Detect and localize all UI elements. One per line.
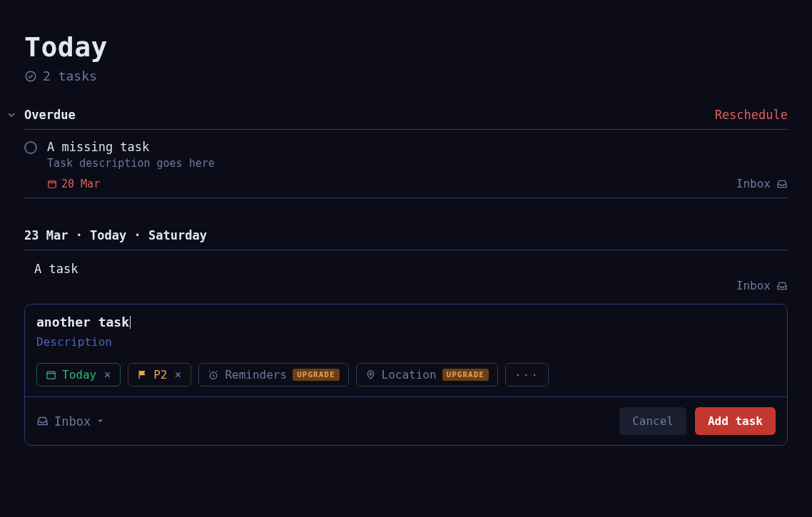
svg-point-4 xyxy=(369,373,371,375)
close-icon[interactable] xyxy=(103,371,111,379)
task-project-link[interactable]: Inbox xyxy=(736,177,788,190)
calendar-icon xyxy=(47,179,57,189)
inbox-icon xyxy=(776,280,788,292)
today-section-title: 23 Mar · Today · Saturday xyxy=(24,228,788,250)
task-description: Task description goes here xyxy=(47,157,788,170)
priority-chip[interactable]: P2 xyxy=(128,363,191,387)
task-count: 2 tasks xyxy=(43,68,97,83)
reminders-label: Reminders xyxy=(225,368,287,382)
check-circle-icon xyxy=(24,70,37,83)
project-label: Inbox xyxy=(54,414,91,429)
flag-icon xyxy=(137,369,148,380)
add-task-button[interactable]: Add task xyxy=(695,407,776,435)
cancel-button[interactable]: Cancel xyxy=(619,407,686,435)
task-project-label: Inbox xyxy=(736,279,771,292)
task-row[interactable]: A missing task Task description goes her… xyxy=(24,130,788,198)
task-editor: another task Description Today xyxy=(24,304,788,446)
more-icon: ··· xyxy=(514,368,539,382)
priority-label: P2 xyxy=(153,368,167,382)
task-checkbox[interactable] xyxy=(24,141,37,154)
text-caret xyxy=(130,316,131,329)
reminders-chip[interactable]: Reminders UPGRADE xyxy=(198,363,348,387)
svg-rect-1 xyxy=(49,180,56,187)
page-title: Today xyxy=(24,31,788,63)
inbox-icon xyxy=(36,415,49,427)
overdue-section-title: Overdue xyxy=(24,108,76,122)
due-date-chip[interactable]: Today xyxy=(36,363,121,387)
svg-rect-2 xyxy=(47,372,55,379)
calendar-icon xyxy=(46,369,56,380)
close-icon[interactable] xyxy=(174,371,182,379)
location-label: Location xyxy=(382,368,437,382)
location-chip[interactable]: Location UPGRADE xyxy=(356,363,498,387)
caret-down-icon xyxy=(96,417,104,425)
task-title: A missing task xyxy=(47,140,788,154)
more-options-chip[interactable]: ··· xyxy=(505,363,549,387)
upgrade-badge: UPGRADE xyxy=(442,369,489,381)
task-description-input[interactable]: Description xyxy=(36,335,776,349)
inbox-icon xyxy=(776,178,788,190)
reschedule-button[interactable]: Reschedule xyxy=(715,108,788,122)
alarm-icon xyxy=(208,369,219,381)
task-title: A task xyxy=(34,262,788,276)
overdue-date: 20 Mar xyxy=(61,178,100,190)
task-name-input[interactable]: another task xyxy=(36,314,129,329)
chevron-down-icon[interactable] xyxy=(6,109,17,121)
due-date-label: Today xyxy=(62,368,96,382)
task-project-link[interactable]: Inbox xyxy=(736,279,788,292)
project-picker[interactable]: Inbox xyxy=(36,414,104,429)
task-project-label: Inbox xyxy=(736,177,771,190)
upgrade-badge: UPGRADE xyxy=(293,369,339,381)
location-pin-icon xyxy=(365,369,376,380)
